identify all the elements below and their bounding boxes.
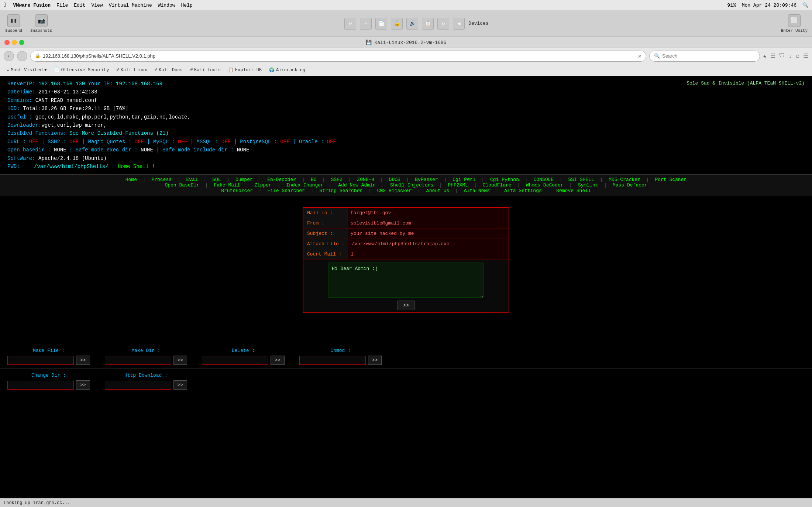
clear-address-button[interactable]: ✕	[638, 52, 641, 60]
nav-brute-forcer[interactable]: BruteForcer	[218, 188, 256, 193]
nav-zone-h[interactable]: ZONE-H	[354, 177, 377, 182]
menu-view[interactable]: View	[91, 3, 103, 8]
tool-icon-8[interactable]: ◀	[453, 18, 465, 30]
nav-ddos[interactable]: DDOS	[386, 177, 403, 182]
chmod-button[interactable]: >>	[368, 356, 382, 365]
nav-sql[interactable]: SQL	[209, 177, 224, 182]
tool-icon-6[interactable]: 📋	[422, 18, 434, 30]
nav-alfa-news[interactable]: Alfa News	[461, 188, 493, 193]
bookmark-most-visited[interactable]: ★ Most Visited ▼	[4, 66, 50, 74]
from-input[interactable]	[348, 218, 509, 228]
search-icon[interactable]: 🔍	[802, 2, 808, 8]
bookmark-aircrack[interactable]: 🌍 Aircrack-ng	[266, 66, 308, 74]
menu-app[interactable]: VMware Fusion	[13, 3, 51, 8]
home-icon[interactable]: ⌂	[796, 53, 799, 59]
nav-console[interactable]: CONSOLE	[530, 177, 557, 182]
nav-index-changer[interactable]: Index Changer	[283, 182, 326, 188]
tool-icon-3[interactable]: 📄	[375, 18, 387, 30]
nav-port-scanner[interactable]: Port Scaner	[652, 177, 689, 182]
suspend-button[interactable]: ▮▮ Suspend	[4, 14, 23, 33]
nav-eval[interactable]: Eval	[183, 177, 200, 182]
bookmark-icon-5: ☍	[190, 67, 193, 73]
bookmark-kali-linux[interactable]: ☍ Kali Linux	[113, 66, 150, 74]
nav-home[interactable]: Home	[123, 177, 140, 182]
minimize-button[interactable]	[12, 40, 17, 45]
make-file-button[interactable]: >>	[76, 356, 90, 365]
nav-cgi-python[interactable]: Cgi Python	[487, 177, 522, 182]
change-dir-input[interactable]	[7, 381, 74, 390]
http-download-button[interactable]: >>	[173, 380, 187, 390]
bookmark-kali-docs[interactable]: ☍ Kali Docs	[152, 66, 186, 74]
menu-window[interactable]: Window	[158, 3, 175, 8]
nav-remove-shell[interactable]: Remove Shell	[553, 188, 594, 193]
nav-en-decoder[interactable]: En-Decoder	[264, 177, 299, 182]
make-file-input[interactable]	[7, 356, 74, 365]
menu-help[interactable]: Help	[181, 3, 193, 8]
nav-ssi-shell[interactable]: SSI SHELL	[565, 177, 597, 182]
subject-input[interactable]	[348, 229, 509, 239]
http-download-input[interactable]	[105, 381, 171, 390]
nav-about-us[interactable]: About Us	[423, 188, 452, 193]
bookmark-offensive-security[interactable]: 📄 Offensive Security	[51, 66, 112, 74]
nav-cloudflare[interactable]: CloudFlare	[480, 182, 515, 188]
nav-shell-injectors[interactable]: Shell Injectors	[387, 182, 436, 188]
mail-to-input[interactable]	[348, 208, 509, 218]
search-bar-container: 🔍	[649, 51, 760, 62]
nav-file-searcher[interactable]: File Searcher	[264, 188, 307, 193]
nav-ssh2[interactable]: SSH2	[328, 177, 345, 182]
change-dir-button[interactable]: >>	[76, 380, 90, 390]
nav-process[interactable]: Process	[148, 177, 175, 182]
menu-file[interactable]: File	[56, 3, 68, 8]
nav-md5-cracker[interactable]: MD5 Cracker	[606, 177, 643, 182]
back-button[interactable]: ‹	[4, 51, 14, 61]
nav-symlink[interactable]: Symlink	[575, 182, 601, 188]
attach-input[interactable]	[348, 239, 509, 249]
tool-icon-2[interactable]: ↩	[360, 18, 372, 30]
count-input[interactable]	[348, 249, 509, 259]
menu-edit[interactable]: Edit	[74, 3, 85, 8]
menu-virtual-machine[interactable]: Virtual Machine	[109, 3, 152, 8]
message-textarea[interactable]: Hi Dear Admin :)	[328, 263, 484, 298]
tool-icon-4[interactable]: 🔓	[391, 18, 403, 30]
bookmark-exploit-db[interactable]: 📋 Exploit-DB	[225, 66, 265, 74]
make-file-label: Make File :	[33, 348, 65, 353]
reader-mode-icon[interactable]: ☰	[770, 52, 775, 60]
make-dir-button[interactable]: >>	[173, 356, 187, 365]
nav-fake-mail[interactable]: Fake Mail	[211, 182, 242, 188]
enter-unity-button[interactable]: ⬜ Enter Unity	[781, 14, 808, 33]
menu-icon[interactable]: ☰	[803, 52, 808, 60]
nav-open-basedir[interactable]: Open BaseDir	[162, 182, 202, 188]
nav-alfa-settings[interactable]: Alfa Settings	[501, 188, 544, 193]
nav-mass-defacer[interactable]: Mass Defacer	[610, 182, 650, 188]
search-input[interactable]	[662, 53, 736, 59]
nav-add-new-admin[interactable]: Add New Admin	[335, 182, 378, 188]
nav-zipper[interactable]: Zipper	[251, 182, 275, 188]
shield-icon[interactable]: 🛡	[779, 52, 785, 59]
disabled-link[interactable]: See More Disabled Functions (21)	[69, 130, 169, 136]
close-button[interactable]	[4, 40, 10, 45]
download-icon[interactable]: ⇓	[789, 52, 792, 60]
tool-icon-1[interactable]: ⚒	[344, 18, 356, 30]
tool-icon-5[interactable]: 🔊	[406, 18, 418, 30]
nav-whmcs-decoder[interactable]: Whmcs DeCoder	[523, 182, 566, 188]
send-button[interactable]: >>	[398, 301, 415, 310]
make-dir-input[interactable]	[105, 356, 171, 365]
chmod-input[interactable]	[299, 356, 366, 365]
nav-cms-hijacker[interactable]: CMS Hijacker	[374, 188, 415, 193]
apple-menu[interactable]: 	[4, 2, 7, 8]
maximize-button[interactable]	[19, 40, 24, 45]
snapshots-button[interactable]: 📷 Snapshots	[30, 14, 52, 33]
nav-cgi-perl[interactable]: Cgi Perl	[450, 177, 478, 182]
bookmark-kali-tools[interactable]: ☍ Kali Tools	[187, 66, 224, 74]
nav-php2xml[interactable]: PHP2XML	[445, 182, 471, 188]
tool-icon-7[interactable]: ↻	[437, 18, 449, 30]
nav-string-searcher[interactable]: String Searcher	[316, 188, 365, 193]
bookmark-star-icon[interactable]: ★	[763, 52, 767, 60]
nav-dumper[interactable]: Dumper	[233, 177, 256, 182]
nav-bc[interactable]: BC	[308, 177, 320, 182]
nav-bypasser[interactable]: ByPasser	[412, 177, 441, 182]
delete-button[interactable]: >>	[271, 356, 285, 365]
forward-button[interactable]: ›	[17, 51, 27, 61]
address-bar[interactable]	[43, 53, 636, 59]
delete-input[interactable]	[202, 356, 268, 365]
